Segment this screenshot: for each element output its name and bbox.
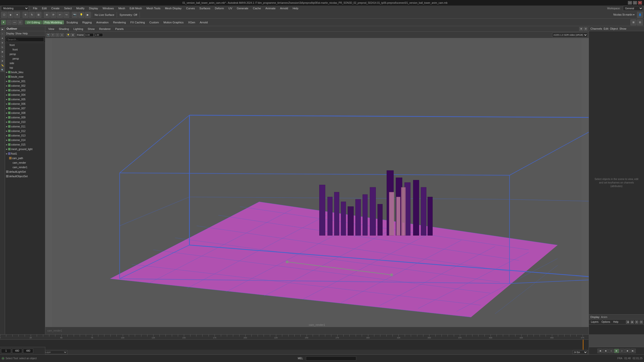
search-input[interactable] xyxy=(6,37,44,42)
menu-file[interactable]: File xyxy=(31,6,39,10)
tree-item-colonne-008[interactable]: ▶colonne_008 xyxy=(5,111,45,115)
layer-controls[interactable]: ◀ xyxy=(626,320,629,324)
tree-item-colonne-014[interactable]: ▶colonne_014 xyxy=(5,138,45,142)
tab-custom[interactable]: Custom xyxy=(147,20,161,24)
outliner-menu-help[interactable]: Help xyxy=(23,32,28,35)
render-view[interactable]: ▶ xyxy=(85,12,91,18)
tree-item-boule-rose[interactable]: ▶boule_rose xyxy=(5,74,45,79)
tab-sculpting[interactable]: Sculpting xyxy=(64,20,80,24)
prev-frame-button[interactable]: ◀ xyxy=(603,349,608,353)
channels-tab[interactable]: Channels xyxy=(590,27,602,30)
tree-item-top[interactable]: top xyxy=(5,65,45,70)
tab-rigging[interactable]: Rigging xyxy=(80,20,94,24)
tree-item-colonne-002[interactable]: ▶colonne_002 xyxy=(5,83,45,88)
tree-item-persp[interactable]: persp xyxy=(5,52,45,56)
tree-item-persp[interactable]: persp xyxy=(5,56,45,61)
tool-scale[interactable]: ⊞ xyxy=(1,50,5,54)
lasso-tool-button[interactable]: ◈ xyxy=(8,12,14,18)
vp-wire-button[interactable]: □ xyxy=(55,33,59,37)
menu-curves[interactable]: Curves xyxy=(184,6,197,10)
menu-edit-mesh[interactable]: Edit Mesh xyxy=(128,6,144,10)
tree-item-colonne-009[interactable]: ▶colonne_009 xyxy=(5,115,45,120)
tree-item-boule-bleu[interactable]: ▶boule_bleu xyxy=(5,70,45,74)
menu-deform[interactable]: Deform xyxy=(213,6,226,10)
paint-tool-button[interactable]: ✦ xyxy=(14,12,20,18)
tool-search[interactable]: 🔍 xyxy=(1,68,5,72)
object-tab[interactable]: Object xyxy=(610,27,618,30)
timeline-playhead[interactable] xyxy=(583,340,583,350)
tab-poly-modeling[interactable]: Poly Modeling xyxy=(43,20,64,24)
tree-item-colonne-007[interactable]: ▶colonne_007 xyxy=(5,106,45,111)
tree-item-colonne-005[interactable]: ▶colonne_005 xyxy=(5,97,45,102)
tree-item-colonne-011[interactable]: ▶colonne_011 xyxy=(5,124,45,129)
menu-uv[interactable]: UV xyxy=(226,6,234,10)
move-tool-button[interactable]: ✛ xyxy=(22,12,28,18)
mode-selector[interactable]: Modeling Poly Modeling Rigging Animation… xyxy=(1,6,29,11)
vp-menu-shading[interactable]: Shading xyxy=(57,27,71,31)
light-tool[interactable]: 💡 xyxy=(78,12,84,18)
tab-uv-editing[interactable]: UV Editing xyxy=(25,20,42,24)
tree-item-front[interactable]: front xyxy=(5,43,45,47)
menu-create[interactable]: Create xyxy=(49,6,62,10)
tree-item-colonne-004[interactable]: ▶colonne_004 xyxy=(5,93,45,97)
tab-rendering[interactable]: Rendering xyxy=(111,20,128,24)
tool-lasso[interactable]: ○ xyxy=(1,32,5,36)
workspace-selector[interactable]: General xyxy=(623,6,643,11)
menu-display[interactable]: Display xyxy=(87,6,100,10)
maximize-button[interactable]: □ xyxy=(633,1,637,5)
timeline-track[interactable] xyxy=(0,340,589,350)
menu-animate[interactable]: Animate xyxy=(263,6,277,10)
fps-selector[interactable]: 24 fps xyxy=(573,350,588,354)
select-mode-button[interactable]: ▼ xyxy=(1,20,6,25)
tree-item-defaultLightSet[interactable]: defaultLightSet xyxy=(5,169,45,174)
color-profile-selector[interactable]: ACES 1.0 SDR-video (sRGB) xyxy=(552,33,588,37)
menu-arnold[interactable]: Arnold xyxy=(278,6,290,10)
layer-add[interactable]: ▶ xyxy=(630,320,634,324)
tab-fx-caching[interactable]: FX Caching xyxy=(128,20,147,24)
panel-float-button[interactable]: ⊟ xyxy=(637,19,643,25)
tab-xgen[interactable]: XGen xyxy=(186,20,197,24)
layer-options[interactable]: ⊕ xyxy=(635,320,638,324)
script-input[interactable] xyxy=(306,356,356,360)
scale-value-input[interactable] xyxy=(94,33,103,37)
close-button[interactable]: ✕ xyxy=(638,1,642,5)
menu-edit[interactable]: Edit xyxy=(40,6,49,10)
tab-motion-graphics[interactable]: Motion Graphics xyxy=(162,20,186,24)
vertex-mode[interactable]: · xyxy=(7,20,12,25)
menu-cache[interactable]: Cache xyxy=(251,6,263,10)
vp-light-button[interactable]: 💡 xyxy=(66,33,70,37)
range-start-input[interactable] xyxy=(1,349,11,353)
tree-item-colonne-001[interactable]: ▶colonne_001 xyxy=(5,79,45,83)
tool-move[interactable]: ✛ xyxy=(1,41,5,45)
edit-tab[interactable]: Edit xyxy=(603,27,608,30)
tree-item-fluid1[interactable]: ▶fluid1 xyxy=(5,151,45,156)
tree-item-cam-render[interactable]: cam_render xyxy=(5,160,45,165)
scale-tool-button[interactable]: ⊞ xyxy=(35,12,42,18)
menu-mesh-display[interactable]: Mesh Display xyxy=(163,6,184,10)
tree-item-colonne-003[interactable]: ▶colonne_003 xyxy=(5,88,45,93)
show-tab[interactable]: Show xyxy=(619,27,626,30)
range-end-input[interactable] xyxy=(23,349,33,353)
menu-select[interactable]: Select xyxy=(62,6,74,10)
menu-mesh[interactable]: Mesh xyxy=(116,6,127,10)
vp-menu-view[interactable]: View xyxy=(46,27,56,31)
menu-help[interactable]: Help xyxy=(291,6,300,10)
layers-tab[interactable]: Layers xyxy=(590,321,599,323)
vp-menu-lighting[interactable]: Lighting xyxy=(71,27,85,31)
vp-smooth-button[interactable]: ● xyxy=(60,33,64,37)
tree-item-mesh-ground-light[interactable]: ▶mesh_ground_light xyxy=(5,147,45,151)
tool-soft[interactable]: ∿ xyxy=(1,54,5,58)
edge-mode[interactable]: — xyxy=(12,20,17,25)
help-tab[interactable]: Help xyxy=(612,321,619,323)
tree-item-defaultObjectSet[interactable]: defaultObjectSet xyxy=(5,174,45,178)
vp-cam-button[interactable]: 📷 xyxy=(46,33,50,37)
tree-item-colonne-013[interactable]: ▶colonne_013 xyxy=(5,133,45,138)
timeline[interactable]: 0255075100125150175200225250275300325350… xyxy=(0,334,589,354)
vp-menu-panels[interactable]: Panels xyxy=(113,27,126,31)
vp-expand-button[interactable]: ⊞ xyxy=(579,27,583,31)
tool-select[interactable]: ▶ xyxy=(1,27,5,31)
vp-menu-show[interactable]: Show xyxy=(86,27,97,31)
tool-snapping[interactable]: ⊕ xyxy=(1,59,5,63)
tab-animation[interactable]: Animation xyxy=(94,20,111,24)
goto-end-button[interactable]: ▶| xyxy=(631,349,636,353)
